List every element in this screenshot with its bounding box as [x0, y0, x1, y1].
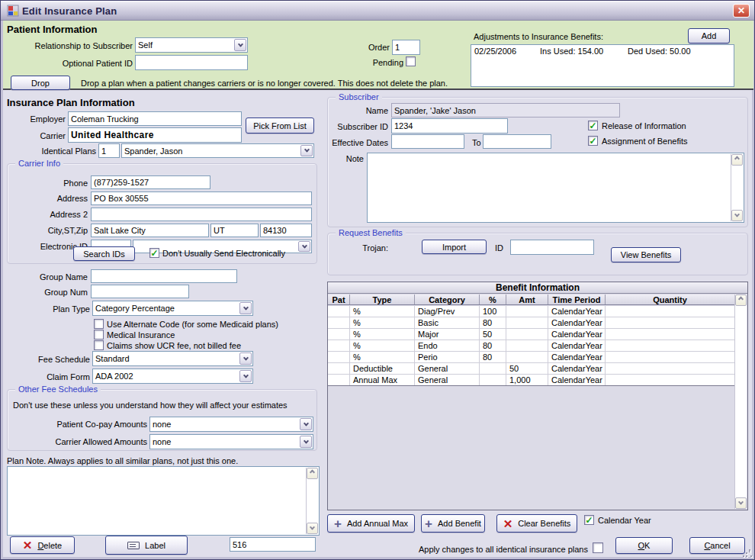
scroll-up-icon[interactable]: [735, 294, 747, 306]
relationship-select[interactable]: Self: [135, 37, 248, 53]
drop-button[interactable]: Drop: [11, 76, 70, 90]
label-button[interactable]: Label: [105, 536, 188, 555]
group-name-input[interactable]: [91, 269, 237, 283]
benefit-row[interactable]: DeductibleGeneral50CalendarYear: [328, 363, 734, 375]
claims-ucr-label: Claims show UCR fee, not billed fee: [107, 341, 241, 350]
add-annual-max-button[interactable]: Add Annual Max: [327, 514, 415, 533]
chevron-down-icon[interactable]: [234, 39, 246, 51]
release-of-information-checkbox[interactable]: [588, 121, 598, 130]
use-alternate-code-checkbox[interactable]: [94, 319, 104, 329]
calendar-year-checkbox[interactable]: [584, 515, 594, 525]
city-input[interactable]: Salt Lake City: [91, 224, 209, 237]
group-num-input[interactable]: [91, 285, 189, 298]
address-input[interactable]: PO Box 30555: [91, 191, 312, 205]
close-button[interactable]: ✕: [733, 4, 750, 18]
apply-all-checkbox[interactable]: [593, 542, 603, 553]
pick-from-list-button[interactable]: Pick From List: [246, 117, 314, 134]
ok-button[interactable]: OK: [615, 537, 673, 554]
chevron-down-icon[interactable]: [300, 418, 312, 430]
pending-checkbox[interactable]: [406, 56, 416, 66]
pending-label: Pending: [355, 58, 403, 67]
scroll-down-icon[interactable]: [731, 210, 743, 221]
benefit-row[interactable]: %Basic80CalendarYear: [328, 317, 734, 329]
chevron-down-icon[interactable]: [239, 370, 252, 382]
medical-insurance-checkbox[interactable]: [94, 330, 104, 340]
title-bar[interactable]: Edit Insurance Plan ✕: [1, 1, 754, 21]
chevron-down-icon[interactable]: [239, 352, 252, 365]
assignment-of-benefits-checkbox[interactable]: [588, 136, 598, 146]
plan-type-select[interactable]: Category Percentage: [92, 301, 253, 316]
subscriber-note-scrollbar[interactable]: [731, 154, 743, 221]
benefit-row[interactable]: %Major50CalendarYear: [328, 329, 734, 340]
to-label: To: [472, 138, 481, 147]
cell-category: Perio: [415, 352, 480, 362]
col-category: Category: [415, 294, 480, 304]
import-button[interactable]: Import: [422, 240, 487, 254]
effective-to-input[interactable]: [483, 134, 551, 149]
employer-input[interactable]: Coleman Trucking: [68, 111, 242, 126]
allowed-value: none: [153, 437, 171, 446]
scroll-up-icon[interactable]: [307, 468, 318, 479]
cell-period: CalendarYear: [548, 363, 606, 374]
fee-schedule-select[interactable]: Standard: [92, 351, 253, 366]
cell-category: General: [415, 363, 480, 374]
view-benefits-button[interactable]: View Benefits: [611, 247, 681, 262]
chevron-down-icon[interactable]: [300, 436, 312, 448]
carrier-input[interactable]: United Healthcare: [68, 127, 242, 143]
copay-select[interactable]: none: [149, 417, 313, 432]
effective-from-input[interactable]: [391, 134, 464, 149]
adjustment-date: 02/25/2006: [474, 47, 516, 56]
cell-qty: [606, 375, 734, 385]
chevron-down-icon[interactable]: [298, 241, 310, 252]
calendar-year-label: Calendar Year: [598, 516, 651, 525]
dont-send-electronically-checkbox[interactable]: [149, 248, 159, 258]
order-input[interactable]: 1: [392, 40, 420, 55]
resize-grip[interactable]: [743, 548, 752, 557]
adjustment-entry[interactable]: 02/25/2006 Ins Used: 154.00 Ded Used: 50…: [471, 47, 734, 58]
add-benefit-button[interactable]: Add Benefit: [421, 514, 485, 533]
trojan-id-label: ID: [495, 243, 503, 253]
cell-pat: [328, 363, 350, 374]
add-adjustment-button[interactable]: Add: [688, 28, 730, 43]
chevron-down-icon[interactable]: [300, 145, 313, 156]
benefit-row[interactable]: %Perio80CalendarYear: [328, 352, 734, 363]
adjustments-listbox[interactable]: 02/25/2006 Ins Used: 154.00 Ded Used: 50…: [471, 44, 734, 87]
address2-input[interactable]: [91, 208, 312, 221]
search-ids-button[interactable]: Search IDs: [73, 246, 135, 261]
plan-note-textarea[interactable]: [7, 466, 320, 536]
zip-input[interactable]: 84130: [260, 224, 312, 237]
allowed-select[interactable]: none: [149, 434, 313, 449]
plan-note-scrollbar[interactable]: [306, 468, 318, 534]
cell-type: Annual Max: [350, 375, 415, 385]
plan-number-input[interactable]: 516: [230, 537, 316, 552]
optional-patient-id-input[interactable]: [135, 55, 248, 70]
state-input[interactable]: UT: [210, 224, 259, 237]
scroll-up-icon[interactable]: [731, 154, 743, 166]
phone-input[interactable]: (877)259-1527: [91, 175, 210, 189]
benefit-row[interactable]: %Endo80CalendarYear: [328, 340, 734, 352]
claim-form-select[interactable]: ADA 2002: [92, 369, 253, 384]
benefit-grid-scrollbar[interactable]: [734, 294, 747, 509]
edit-insurance-plan-dialog: Edit Insurance Plan ✕ Patient Informatio…: [0, 0, 755, 560]
benefit-row[interactable]: %Diag/Prev100CalendarYear: [328, 306, 734, 317]
cell-period: CalendarYear: [548, 317, 606, 328]
subscriber-note-textarea[interactable]: [367, 153, 744, 223]
delete-button[interactable]: Delete: [10, 536, 75, 554]
cell-amt: [506, 340, 548, 351]
col-time-period: Time Period: [548, 294, 606, 304]
subscriber-id-input[interactable]: 1234: [391, 118, 508, 134]
trojan-id-input[interactable]: [510, 240, 594, 255]
identical-plans-select[interactable]: Spander, Jason: [121, 143, 314, 158]
chevron-down-icon[interactable]: [239, 302, 252, 314]
cancel-button[interactable]: Cancel: [689, 537, 745, 554]
cell-period: CalendarYear: [548, 352, 606, 362]
scroll-down-icon[interactable]: [735, 497, 747, 509]
cell-qty: [606, 363, 734, 374]
scroll-down-icon[interactable]: [307, 523, 318, 534]
winforms-app-icon: [7, 5, 19, 17]
benefit-grid-rows: %Diag/Prev100CalendarYear %Basic80Calend…: [328, 306, 734, 386]
benefit-row[interactable]: Annual MaxGeneral1,000CalendarYear: [328, 375, 734, 386]
cell-category: Endo: [415, 340, 480, 351]
claims-ucr-checkbox[interactable]: [94, 340, 104, 350]
clear-benefits-button[interactable]: Clear Benefits: [496, 514, 577, 533]
